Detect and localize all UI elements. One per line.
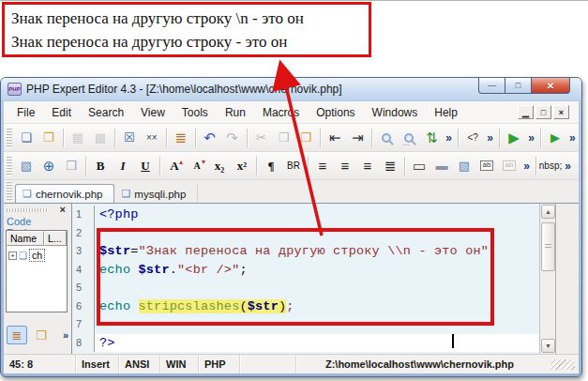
- close-button[interactable]: ✕: [531, 78, 570, 94]
- output-line-2: Знак переноса на другую строку - это он: [11, 30, 362, 53]
- align-center-icon-glyph: ≡: [341, 159, 350, 173]
- new-file-icon[interactable]: ❏: [15, 127, 38, 149]
- scrollbar-thumb[interactable]: [541, 222, 555, 271]
- panel-close-icon[interactable]: ×: [60, 204, 66, 215]
- code-text[interactable]: [95, 224, 539, 243]
- superscript-icon[interactable]: x²: [231, 155, 253, 177]
- nbsp-button[interactable]: nbsp;: [539, 155, 562, 177]
- line-number: 2: [72, 224, 95, 243]
- hyperlink-icon[interactable]: ⊕: [38, 155, 60, 177]
- insert-button-icon[interactable]: ▬: [430, 155, 453, 177]
- code-editor[interactable]: 1<?php23$str="Знак переноса на другую ст…: [72, 204, 555, 354]
- chevron-more-icon[interactable]: »: [443, 127, 455, 149]
- menu-run[interactable]: Run: [217, 103, 254, 122]
- tree-item[interactable]: + ❏ ch: [7, 246, 67, 265]
- minimize-button[interactable]: —: [478, 78, 505, 94]
- file-icon: ❏: [23, 188, 32, 200]
- menu-options[interactable]: Options: [308, 103, 363, 122]
- align-right-icon[interactable]: ≡: [356, 155, 379, 177]
- code-text[interactable]: [95, 279, 539, 297]
- scroll-down-icon[interactable]: ▼: [541, 339, 555, 353]
- unindent-icon[interactable]: ⇤: [324, 127, 346, 149]
- open-file-icon[interactable]: ❐: [38, 127, 60, 149]
- editor-scrollbar[interactable]: ▲ ▼: [539, 204, 555, 354]
- indent-icon[interactable]: ⇥: [346, 127, 369, 149]
- swap-case-icon[interactable]: ⇅: [420, 127, 443, 149]
- format-code-icon-glyph: ≣: [174, 130, 187, 145]
- close-all-icon[interactable]: ××: [141, 127, 163, 149]
- maximize-button[interactable]: □: [505, 78, 531, 94]
- br-tag-icon[interactable]: BR: [282, 155, 305, 177]
- font-increase-icon[interactable]: A▴: [163, 155, 186, 177]
- subscript-icon[interactable]: x₂: [208, 155, 231, 177]
- insert-textfield-icon[interactable]: ab: [475, 155, 498, 177]
- toolbar-separator: [320, 129, 321, 147]
- tree-item-label[interactable]: ch: [29, 249, 45, 262]
- run-icon[interactable]: ▶: [503, 127, 525, 149]
- format-code-icon[interactable]: ≣: [170, 127, 192, 149]
- column-line[interactable]: L...: [44, 231, 67, 246]
- code-text[interactable]: ?>: [95, 334, 539, 353]
- chevron-more-icon[interactable]: »: [562, 155, 574, 177]
- paste-html-icon[interactable]: ❒: [60, 155, 83, 177]
- find-icon[interactable]: [375, 127, 398, 149]
- menu-search[interactable]: Search: [80, 103, 132, 122]
- file-browser-view-button[interactable]: ❒: [31, 326, 52, 344]
- code-text[interactable]: <?php: [95, 206, 539, 224]
- toolbar-separator: [195, 129, 196, 147]
- menu-help[interactable]: Help: [426, 103, 466, 122]
- italic-button[interactable]: I: [112, 155, 134, 177]
- mdi-close-button[interactable]: ×: [553, 105, 569, 119]
- code-token: ;: [286, 299, 294, 313]
- code-token: "<br />": [177, 263, 239, 277]
- underline-button[interactable]: U: [134, 155, 157, 177]
- tab-chernovik-php[interactable]: ❏chernovik.php: [15, 184, 114, 203]
- code-text[interactable]: $str="Знак переноса на другую строку \\n…: [95, 242, 539, 261]
- align-justify-icon[interactable]: ≣: [379, 155, 401, 177]
- code-text[interactable]: echo stripcslashes($str);: [95, 297, 539, 316]
- php-syntax-check-icon[interactable]: <?: [461, 127, 484, 149]
- menu-macros[interactable]: Macros: [254, 103, 308, 122]
- italic-button-glyph: I: [120, 160, 125, 172]
- chevron-more-icon[interactable]: »: [484, 127, 496, 149]
- insert-image-icon[interactable]: ▧: [15, 155, 38, 177]
- mdi-restore-button[interactable]: □: [535, 105, 551, 119]
- chevron-more-icon[interactable]: »: [520, 155, 533, 177]
- panel-grip[interactable]: [7, 208, 49, 212]
- panel-more-icon[interactable]: »: [63, 329, 68, 341]
- tab-mysqli-php[interactable]: ❏mysqli.php: [114, 185, 198, 203]
- menu-windows[interactable]: Windows: [364, 103, 427, 122]
- resize-grip[interactable]: [550, 359, 575, 370]
- bold-button[interactable]: B: [89, 155, 112, 177]
- replace-icon[interactable]: [398, 127, 420, 149]
- undo-icon[interactable]: ↶: [199, 127, 221, 149]
- close-file-icon[interactable]: ☒: [118, 127, 141, 149]
- menu-edit[interactable]: Edit: [43, 103, 80, 122]
- code-token: echo: [99, 263, 139, 277]
- paragraph-icon[interactable]: ¶: [260, 155, 282, 177]
- align-center-icon[interactable]: ≡: [334, 155, 356, 177]
- expand-icon[interactable]: +: [8, 251, 17, 260]
- toolbar-separator: [256, 157, 257, 175]
- menu-file[interactable]: File: [8, 103, 43, 122]
- column-name[interactable]: Name: [7, 231, 44, 246]
- font-decrease-icon[interactable]: A▾: [186, 155, 208, 177]
- text-caret: [452, 334, 454, 348]
- scroll-up-icon[interactable]: ▲: [541, 205, 555, 219]
- chevron-more-icon[interactable]: »: [525, 127, 537, 149]
- insert-image-field-icon[interactable]: ▧: [453, 155, 475, 177]
- code-text[interactable]: [95, 315, 539, 334]
- menu-tools[interactable]: Tools: [173, 103, 217, 122]
- menu-view[interactable]: View: [132, 103, 173, 122]
- code-explorer-view-button[interactable]: ≣: [7, 326, 27, 344]
- run-external-icon[interactable]: ▶: [544, 127, 566, 149]
- line-number: 6: [72, 297, 95, 316]
- code-text[interactable]: echo $str."<br />";: [95, 261, 539, 280]
- align-left-icon[interactable]: ≡: [311, 155, 334, 177]
- code-explorer-list: Name L... + ❏ ch: [6, 230, 68, 312]
- paste-icon[interactable]: ❒: [294, 127, 317, 149]
- chevron-more-icon[interactable]: »: [566, 127, 579, 149]
- mdi-minimize-button[interactable]: ▁: [518, 105, 534, 119]
- run-icon-glyph: ▶: [508, 130, 520, 145]
- insert-form-icon[interactable]: ▭: [408, 155, 430, 177]
